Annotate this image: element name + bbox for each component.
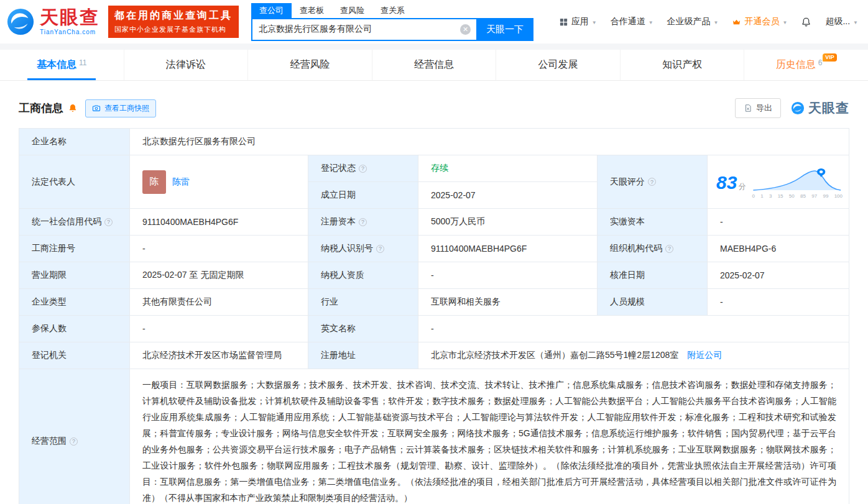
label-paid-capital: 实缴资本 bbox=[598, 209, 708, 236]
tab-company-development[interactable]: 公司发展 bbox=[496, 50, 621, 80]
nav-user-label: 超级... bbox=[825, 16, 850, 27]
score-distribution-chart[interactable]: 0 1 3 15 50 85 97 99 100 bbox=[752, 167, 843, 199]
tab-operating-info[interactable]: 经营信息 bbox=[372, 50, 497, 80]
export-file-icon bbox=[744, 104, 752, 112]
field-label: 登记机关 bbox=[32, 350, 67, 360]
tianyancha-watermark-icon bbox=[791, 101, 805, 115]
field-label: 注册资本 bbox=[321, 216, 356, 226]
label-legal-representative: 法定代表人 bbox=[19, 155, 130, 209]
nav-enterprise-label: 企业级产品 bbox=[667, 16, 711, 27]
nav-partners[interactable]: 合作通道 ▼ bbox=[611, 16, 653, 27]
field-label: 成立日期 bbox=[321, 190, 356, 199]
field-label: 登记状态 bbox=[321, 163, 356, 173]
table-row: 工商注册号 - 纳税人识别号? 91110400MAEBH4PG6F 组织机构代… bbox=[19, 236, 849, 262]
help-icon[interactable]: ? bbox=[359, 218, 367, 226]
nav-enterprise[interactable]: 企业级产品 ▼ bbox=[667, 16, 719, 27]
value-registration-status: 存续 bbox=[418, 155, 598, 182]
help-icon[interactable]: ? bbox=[665, 245, 673, 253]
label-taxpayer-id: 纳税人识别号? bbox=[308, 236, 418, 262]
search-tab-boss[interactable]: 查老板 bbox=[292, 3, 332, 18]
value-business-scope: 一般项目：互联网数据服务；大数据服务；技术服务、技术开发、技术咨询、技术交流、技… bbox=[130, 369, 849, 504]
page-gap bbox=[0, 44, 868, 50]
tab-basic-info[interactable]: 基本信息 11 bbox=[0, 50, 124, 80]
tab-label: 法律诉讼 bbox=[166, 58, 206, 71]
search-button[interactable]: 天眼一下 bbox=[476, 18, 533, 41]
label-establish-date: 成立日期 bbox=[308, 182, 418, 209]
search-input[interactable] bbox=[251, 18, 476, 41]
value-company-type: 其他有限责任公司 bbox=[130, 289, 308, 316]
tab-history-info[interactable]: 历史信息 6 VIP bbox=[744, 50, 868, 80]
field-label: 纳税人识别号 bbox=[321, 243, 373, 253]
score-number: 83 bbox=[716, 172, 737, 193]
value-taxpayer-quality: - bbox=[418, 262, 598, 289]
value-taxpayer-id: 91110400MAEBH4PG6F bbox=[418, 236, 598, 262]
help-icon[interactable]: ? bbox=[104, 218, 113, 226]
bell-icon bbox=[801, 17, 811, 27]
label-staff-size: 人员规模 bbox=[598, 289, 708, 316]
value-business-term: 2025-02-07 至 无固定期限 bbox=[130, 262, 308, 289]
value-registration-number: - bbox=[130, 236, 308, 262]
field-label: 核准日期 bbox=[610, 270, 645, 280]
snapshot-button-label: 查看工商快照 bbox=[104, 103, 149, 114]
help-icon[interactable]: ? bbox=[376, 245, 384, 253]
section-header: 工商信息 查看工商快照 导出 天眼查 bbox=[19, 98, 849, 118]
nav-user-account[interactable]: 超级... ▼ bbox=[825, 16, 858, 27]
main-content: 工商信息 查看工商快照 导出 天眼查 企业名称 北京数据先行区服务有限公司 bbox=[0, 81, 868, 504]
value-establish-date: 2025-02-07 bbox=[418, 182, 598, 209]
clear-search-icon[interactable]: ✕ bbox=[460, 24, 471, 35]
tab-operating-risk[interactable]: 经营风险 bbox=[248, 50, 372, 80]
chevron-down-icon: ▼ bbox=[649, 20, 653, 25]
value-credit-code: 91110400MAEBH4PG6F bbox=[130, 209, 308, 236]
value-registered-capital: 5000万人民币 bbox=[418, 209, 598, 236]
value-approval-date: 2025-02-07 bbox=[708, 262, 849, 289]
value-english-name: - bbox=[418, 316, 849, 342]
nearby-companies-link[interactable]: 附近公司 bbox=[687, 350, 722, 360]
help-icon[interactable]: ? bbox=[648, 178, 656, 186]
legal-rep-avatar[interactable]: 陈 bbox=[142, 170, 166, 194]
brand-slogan: 都在用的商业查询工具 国家中小企业发展子基金旗下机构 bbox=[108, 6, 239, 38]
tab-legal-proceedings[interactable]: 法律诉讼 bbox=[124, 50, 249, 80]
tianyancha-logo[interactable]: 天眼查 TianYanCha.com bbox=[6, 7, 99, 36]
value-industry: 互联网和相关服务 bbox=[418, 289, 598, 316]
value-insured-count: - bbox=[130, 316, 308, 342]
camera-icon bbox=[92, 104, 101, 112]
tab-intellectual-property[interactable]: 知识产权 bbox=[621, 50, 745, 80]
vip-badge: VIP bbox=[823, 53, 837, 62]
label-business-term: 营业期限 bbox=[19, 262, 130, 289]
subscribe-bell-icon[interactable] bbox=[68, 103, 78, 113]
label-registered-address: 注册地址 bbox=[308, 342, 418, 369]
business-scope-text: 一般项目：互联网数据服务；大数据服务；技术服务、技术开发、技术咨询、技术交流、技… bbox=[142, 377, 836, 504]
tab-count: 11 bbox=[79, 58, 86, 67]
tianyancha-logo-icon bbox=[6, 7, 35, 36]
company-tab-bar: 基本信息 11 法律诉讼 经营风险 经营信息 公司发展 知识产权 历史信息 6 … bbox=[0, 50, 868, 81]
field-label: 英文名称 bbox=[321, 323, 356, 333]
help-icon[interactable]: ? bbox=[70, 438, 78, 446]
label-business-scope: 经营范围? bbox=[19, 369, 130, 504]
search-tab-risk[interactable]: 查风险 bbox=[332, 3, 372, 18]
help-icon[interactable]: ? bbox=[359, 165, 367, 173]
view-snapshot-button[interactable]: 查看工商快照 bbox=[85, 99, 156, 117]
chevron-down-icon: ▼ bbox=[592, 20, 597, 25]
score-curve bbox=[752, 167, 843, 193]
label-approval-date: 核准日期 bbox=[598, 262, 708, 289]
tab-label: 基本信息 bbox=[37, 58, 76, 71]
search-tab-relation[interactable]: 查关系 bbox=[372, 3, 413, 18]
table-row: 参保人数 - 英文名称 - bbox=[19, 316, 849, 342]
section-title: 工商信息 bbox=[19, 101, 63, 116]
nav-vip-upgrade[interactable]: 开通会员 ▼ bbox=[732, 16, 787, 27]
export-button[interactable]: 导出 bbox=[735, 98, 781, 118]
label-credit-code: 统一社会信用代码? bbox=[19, 209, 130, 236]
field-label: 经营范围 bbox=[32, 436, 67, 446]
tab-label: 公司发展 bbox=[538, 58, 578, 71]
search-tab-company[interactable]: 查公司 bbox=[251, 3, 292, 18]
label-registration-status: 登记状态? bbox=[308, 155, 418, 182]
notifications-bell[interactable] bbox=[801, 17, 811, 27]
nav-apps[interactable]: 应用 ▼ bbox=[559, 16, 597, 27]
nav-apps-label: 应用 bbox=[571, 16, 589, 27]
field-label: 实缴资本 bbox=[610, 216, 645, 226]
search-area: 查公司 查老板 查风险 查关系 ✕ 天眼一下 bbox=[251, 3, 533, 41]
table-row: 统一社会信用代码? 91110400MAEBH4PG6F 注册资本? 5000万… bbox=[19, 209, 849, 236]
table-row: 营业期限 2025-02-07 至 无固定期限 纳税人资质 - 核准日期 202… bbox=[19, 262, 849, 289]
value-staff-size: - bbox=[708, 289, 849, 316]
legal-rep-name-link[interactable]: 陈雷 bbox=[172, 176, 190, 188]
